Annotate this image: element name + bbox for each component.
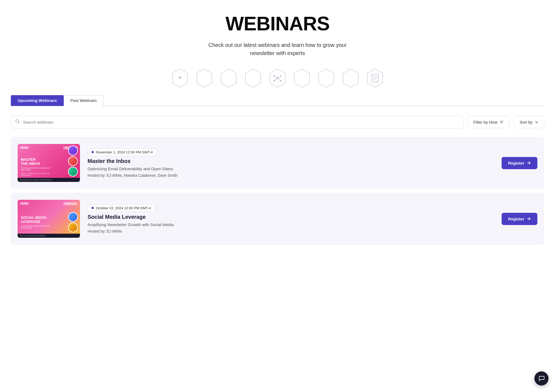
hex-icon-6	[290, 66, 314, 90]
hex-icon-7	[314, 66, 338, 90]
search-icon	[15, 119, 20, 125]
svg-line-7	[278, 76, 281, 78]
tab-upcoming[interactable]: Upcoming Webinars	[11, 95, 64, 106]
hosts-list-2: EJ White	[107, 229, 122, 233]
sort-label: Sort by	[519, 120, 533, 124]
date-dot-1	[92, 151, 94, 153]
thumb-badge-2: WEBINAR	[63, 202, 78, 205]
svg-line-9	[278, 78, 281, 81]
hex-icons-row: ✦	[0, 66, 555, 90]
card-thumbnail-social-media: beehiiv WEBINAR SOCIAL MEDIA LEVERAGE Am…	[18, 200, 80, 238]
webinars-list: beehiiv WEBINAR MASTER THE INBOX Optimiz…	[0, 135, 555, 255]
svg-text:✦: ✦	[178, 74, 182, 81]
hero-subtitle: Check out our latest webinars and learn …	[196, 41, 359, 57]
chevron-down-icon	[535, 120, 538, 124]
controls-bar: Filter by Host Sort by	[0, 106, 555, 135]
hex-icon-document	[363, 66, 387, 90]
hex-icon-3	[217, 66, 241, 90]
thumb-avatar-1a	[68, 146, 78, 155]
thumb-avatar-1b	[68, 156, 78, 166]
hosts-list-1: EJ White, Mariska Calabrese, Dave Smith	[107, 173, 178, 178]
thumb-avatar-1c	[68, 167, 78, 176]
thumb-logo-2: beehiiv	[20, 202, 29, 205]
card-title-1: Master the Inbox	[88, 158, 494, 164]
register-button-1[interactable]: Register	[502, 157, 537, 169]
register-button-2[interactable]: Register	[502, 213, 537, 225]
filter-host-label: Filter by Host	[473, 120, 497, 124]
date-text-2: October 22, 2024 12:00 PM GMT-4	[96, 206, 151, 210]
arrow-right-icon-1	[527, 161, 531, 165]
thumb-avatar-2b	[68, 223, 78, 232]
thumb-avatars-2	[68, 212, 78, 232]
filter-host-button[interactable]: Filter by Host	[468, 116, 509, 128]
card-info-master-inbox: November 1, 2024 12:00 PM GMT-4 Master t…	[88, 149, 494, 178]
arrow-right-icon-2	[527, 217, 531, 221]
date-dot-2	[92, 207, 94, 209]
svg-line-8	[274, 78, 278, 81]
card-title-2: Social Media Leverage	[88, 214, 494, 220]
thumb-subtitle-2: Amplifying Newsletter Growth with Social…	[21, 225, 51, 229]
thumb-logo-1: beehiiv	[20, 146, 29, 149]
card-subtitle-2: Amplifying Newsletter Growth with Social…	[88, 222, 494, 227]
hex-icon-2	[192, 66, 217, 90]
sort-button[interactable]: Sort by	[514, 116, 544, 128]
thumb-date-1: November 1st, 2024 at 12:00 PM EDT	[18, 178, 80, 182]
date-text-1: November 1, 2024 12:00 PM GMT-4	[96, 150, 153, 154]
hosted-by-label-2: Hosted by:	[88, 229, 106, 233]
thumb-subtitle-1: Optimizing Email Deliverability and Open…	[21, 167, 53, 171]
webinar-card-master-inbox: beehiiv WEBINAR MASTER THE INBOX Optimiz…	[11, 137, 544, 189]
webinar-card-social-media: beehiiv WEBINAR SOCIAL MEDIA LEVERAGE Am…	[11, 193, 544, 245]
thumb-date-2: Oct 22, 2024 at 12:00 PM EST	[18, 234, 80, 238]
search-wrapper	[11, 116, 463, 128]
card-hosts-1: Hosted by: EJ White, Mariska Calabrese, …	[88, 173, 494, 178]
card-thumbnail-master-inbox: beehiiv WEBINAR MASTER THE INBOX Optimiz…	[18, 144, 80, 182]
tab-past[interactable]: Past Webinars	[64, 95, 104, 106]
chat-bubble[interactable]	[534, 371, 548, 385]
hex-icon-network	[265, 66, 290, 90]
chat-icon	[538, 375, 545, 382]
hex-icon-magic: ✦	[168, 66, 192, 90]
card-subtitle-1: Optimizing Email Deliverability and Open…	[88, 166, 494, 171]
hosted-by-label-1: Hosted by:	[88, 173, 106, 178]
svg-line-15	[18, 122, 20, 124]
thumb-avatar-2a	[68, 212, 78, 222]
thumb-avatars-1	[68, 146, 78, 176]
card-hosts-2: Hosted by: EJ White	[88, 229, 494, 233]
hex-icon-4	[241, 66, 265, 90]
filter-icon	[499, 120, 504, 124]
date-badge-2: October 22, 2024 12:00 PM GMT-4	[88, 204, 155, 212]
register-label-1: Register	[508, 161, 524, 165]
svg-line-6	[274, 76, 278, 78]
date-badge-1: November 1, 2024 12:00 PM GMT-4	[88, 149, 157, 156]
card-info-social-media: October 22, 2024 12:00 PM GMT-4 Social M…	[88, 204, 494, 233]
hex-icon-8	[338, 66, 363, 90]
hero-section: WEBINARS Check out our latest webinars a…	[0, 0, 555, 57]
tabs-bar: Upcoming Webinars Past Webinars	[11, 95, 544, 106]
register-label-2: Register	[508, 217, 524, 221]
page-title: WEBINARS	[11, 13, 544, 34]
search-input[interactable]	[11, 116, 463, 128]
